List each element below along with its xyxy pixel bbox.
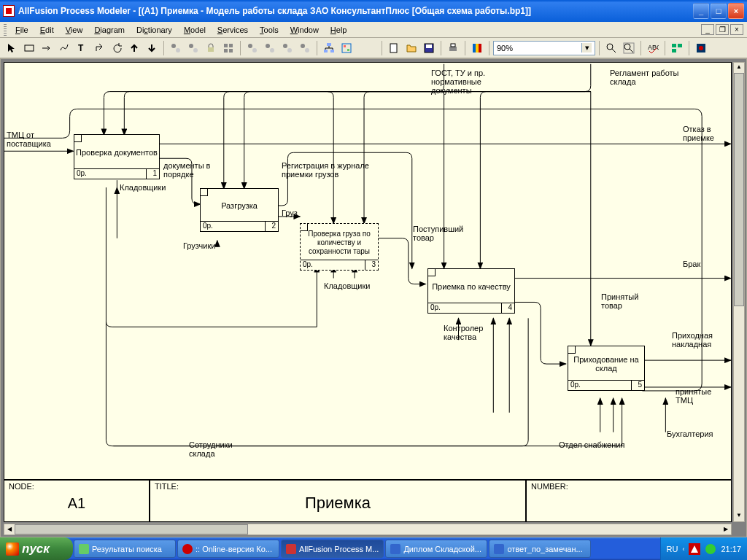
app-icon bbox=[3, 5, 15, 17]
task-word2[interactable]: ответ_по_замечан... bbox=[489, 540, 591, 558]
zoom-combo[interactable]: 90%▾ bbox=[493, 41, 595, 55]
svg-point-34 bbox=[624, 44, 630, 50]
task-opera[interactable]: :: Online-версия Ко... bbox=[177, 540, 279, 558]
activity-a1[interactable]: Проверка документов 0р.1 bbox=[74, 134, 160, 179]
clock[interactable]: 21:17 bbox=[721, 545, 741, 553]
godown-tool[interactable] bbox=[144, 40, 160, 56]
menu-window[interactable]: Window bbox=[285, 24, 325, 36]
toolbar-grip[interactable] bbox=[4, 24, 7, 36]
menu-edit[interactable]: Edit bbox=[34, 24, 60, 36]
menu-help[interactable]: Help bbox=[325, 24, 353, 36]
ref6-icon[interactable] bbox=[297, 40, 313, 56]
undo-nav-tool[interactable] bbox=[109, 40, 125, 56]
svg-text:ABC: ABC bbox=[648, 44, 659, 51]
svg-rect-22 bbox=[342, 44, 351, 52]
svg-point-14 bbox=[270, 48, 274, 52]
start-button[interactable]: пуск bbox=[0, 537, 73, 560]
ft-title-lbl: TITLE: bbox=[155, 482, 521, 491]
arrow-tool[interactable] bbox=[39, 40, 55, 56]
lbl-top1: ГОСТ, ТУ и пр. нормативные документы bbox=[431, 69, 511, 95]
svg-rect-8 bbox=[229, 44, 233, 47]
target-icon[interactable] bbox=[693, 40, 709, 56]
svg-point-17 bbox=[301, 44, 305, 48]
activity-a3[interactable]: Проверка груза по количеству и сохраннос… bbox=[300, 223, 379, 271]
lock-icon[interactable] bbox=[203, 40, 219, 56]
lbl-mid2: Регистрация в журнале приемки грузов bbox=[282, 161, 369, 179]
ft-num-lbl: NUMBER: bbox=[531, 482, 727, 491]
minimize-button[interactable]: _ bbox=[693, 3, 709, 19]
menu-diagram[interactable]: Diagram bbox=[88, 24, 131, 36]
maximize-button[interactable]: □ bbox=[711, 3, 727, 19]
task-results[interactable]: Результаты поиска bbox=[74, 540, 176, 558]
menu-file[interactable]: File bbox=[9, 24, 34, 36]
lbl-mech1: Кладовщики bbox=[120, 183, 166, 192]
menu-dictionary[interactable]: Dictionary bbox=[131, 24, 178, 36]
mdi-minimize[interactable]: _ bbox=[701, 24, 714, 35]
model-icon[interactable] bbox=[338, 40, 355, 56]
close-button[interactable]: × bbox=[728, 3, 744, 19]
mdi-close[interactable]: × bbox=[730, 24, 743, 35]
taskbar: пуск Результаты поиска :: Online-версия … bbox=[0, 537, 747, 560]
print-icon[interactable] bbox=[445, 40, 461, 56]
menu-services[interactable]: Services bbox=[212, 24, 254, 36]
text-tool[interactable]: T bbox=[74, 40, 90, 56]
save-icon[interactable] bbox=[421, 40, 437, 56]
ref1-icon[interactable] bbox=[168, 40, 184, 56]
zoomin-icon[interactable] bbox=[603, 40, 619, 56]
svg-rect-37 bbox=[672, 44, 676, 47]
scrollbar-horizontal[interactable]: ◀▶ bbox=[4, 524, 732, 535]
ft-title: Приемка bbox=[155, 494, 521, 513]
activity-a4[interactable]: Приемка по качеству 0р.4 bbox=[427, 268, 515, 314]
svg-point-11 bbox=[248, 44, 252, 48]
windows-icon bbox=[6, 542, 19, 556]
lbl-mech2: Грузчики bbox=[183, 241, 215, 250]
systray[interactable]: RU ‹ 21:17 bbox=[660, 537, 747, 560]
diagram-canvas[interactable]: Проверка документов 0р.1 Разгрузка 0р.2 … bbox=[4, 62, 732, 522]
lbl-mech4: Контролер качества bbox=[444, 324, 502, 341]
svg-point-4 bbox=[189, 44, 193, 48]
task-word1[interactable]: Диплом Складской... bbox=[385, 540, 487, 558]
spellcheck-icon[interactable]: ABC bbox=[645, 40, 661, 56]
ref4-icon[interactable] bbox=[262, 40, 278, 56]
activity-tool[interactable] bbox=[21, 40, 37, 56]
new-icon[interactable] bbox=[386, 40, 402, 56]
flag-icon[interactable] bbox=[469, 40, 485, 56]
mdi-restore[interactable]: ❐ bbox=[716, 24, 729, 35]
menu-tools[interactable]: Tools bbox=[254, 24, 285, 36]
activity-a3-label: Проверка груза по количеству и сохраннос… bbox=[302, 227, 376, 258]
svg-rect-28 bbox=[449, 47, 457, 51]
ref5-icon[interactable] bbox=[279, 40, 295, 56]
svg-rect-7 bbox=[224, 44, 228, 47]
pointer-tool[interactable] bbox=[4, 40, 20, 56]
task-allfusion[interactable]: AllFusion Process M... bbox=[281, 540, 384, 558]
lang-indicator[interactable]: RU bbox=[667, 545, 678, 553]
activity-a2[interactable]: Разгрузка 0р.2 bbox=[200, 188, 279, 232]
lbl-input: ТМЦ от поставщика bbox=[7, 131, 65, 148]
ft-node-lbl: NODE: bbox=[9, 482, 144, 491]
squiggle-tool[interactable] bbox=[56, 40, 72, 56]
open-icon[interactable] bbox=[403, 40, 419, 56]
svg-point-5 bbox=[193, 48, 198, 52]
scrollbar-vertical[interactable]: ▲▼ bbox=[733, 62, 745, 522]
activity-a5[interactable]: Приходование на склад 0р.5 bbox=[568, 346, 645, 391]
avira-icon[interactable] bbox=[689, 543, 700, 555]
svg-point-43 bbox=[705, 544, 716, 554]
menubar: File Edit View Diagram Dictionary Model … bbox=[0, 22, 747, 38]
tray-expand-icon[interactable]: ‹ bbox=[682, 545, 684, 553]
goup-tool[interactable] bbox=[126, 40, 142, 56]
lbl-mech3: Кладовщики bbox=[324, 281, 370, 290]
goto-tool[interactable] bbox=[91, 40, 107, 56]
zoomfit-icon[interactable] bbox=[621, 40, 637, 56]
svg-rect-6 bbox=[208, 47, 214, 52]
svg-rect-32 bbox=[479, 44, 481, 52]
ref3-icon[interactable] bbox=[244, 40, 260, 56]
diagram-footer: NODE:A1 TITLE:Приемка NUMBER: bbox=[4, 479, 731, 521]
svg-rect-9 bbox=[224, 49, 228, 52]
menu-view[interactable]: View bbox=[60, 24, 89, 36]
tray-icon[interactable] bbox=[705, 543, 716, 555]
ref2-icon[interactable] bbox=[185, 40, 201, 56]
menu-model[interactable]: Model bbox=[178, 24, 212, 36]
tree-icon[interactable] bbox=[321, 40, 337, 56]
grid-icon[interactable] bbox=[220, 40, 236, 56]
explorer-icon[interactable] bbox=[669, 40, 685, 56]
